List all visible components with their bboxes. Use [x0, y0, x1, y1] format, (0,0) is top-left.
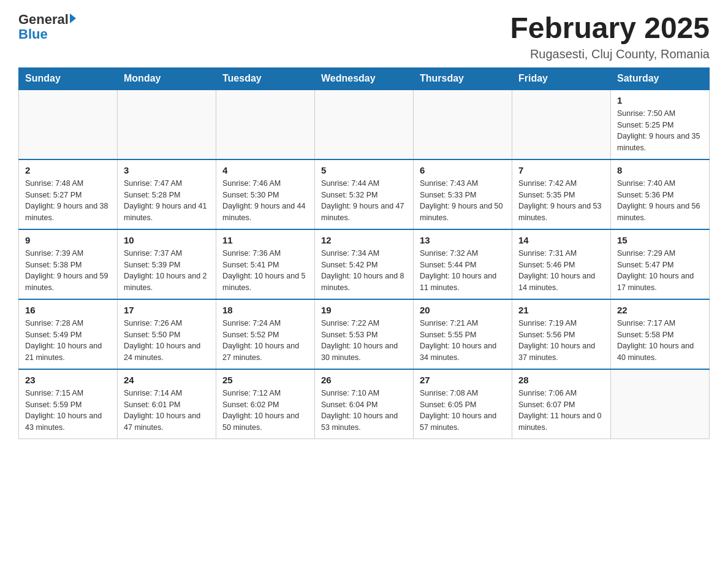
calendar-cell: 11Sunrise: 7:36 AM Sunset: 5:41 PM Dayli…: [216, 229, 315, 299]
day-info: Sunrise: 7:40 AM Sunset: 5:36 PM Dayligh…: [617, 178, 703, 224]
page-header: General Blue February 2025 Rugasesti, Cl…: [18, 12, 710, 61]
calendar-cell: [216, 90, 315, 159]
day-info: Sunrise: 7:39 AM Sunset: 5:38 PM Dayligh…: [25, 248, 111, 294]
calendar-cell: 13Sunrise: 7:32 AM Sunset: 5:44 PM Dayli…: [414, 229, 512, 299]
day-info: Sunrise: 7:28 AM Sunset: 5:49 PM Dayligh…: [25, 318, 111, 364]
day-number: 12: [321, 235, 407, 245]
day-number: 14: [518, 235, 604, 245]
calendar-cell: 16Sunrise: 7:28 AM Sunset: 5:49 PM Dayli…: [19, 299, 118, 369]
calendar-title: February 2025: [510, 12, 710, 45]
calendar-cell: 26Sunrise: 7:10 AM Sunset: 6:04 PM Dayli…: [315, 369, 414, 439]
day-info: Sunrise: 7:44 AM Sunset: 5:32 PM Dayligh…: [321, 178, 407, 224]
calendar-cell: 12Sunrise: 7:34 AM Sunset: 5:42 PM Dayli…: [315, 229, 414, 299]
calendar-header-row: SundayMondayTuesdayWednesdayThursdayFrid…: [19, 67, 710, 90]
calendar-cell: 14Sunrise: 7:31 AM Sunset: 5:46 PM Dayli…: [512, 229, 611, 299]
day-number: 18: [222, 305, 308, 315]
calendar-cell: [19, 90, 118, 159]
day-info: Sunrise: 7:12 AM Sunset: 6:02 PM Dayligh…: [222, 388, 308, 434]
day-header-friday: Friday: [512, 67, 611, 90]
calendar-cell: 22Sunrise: 7:17 AM Sunset: 5:58 PM Dayli…: [611, 299, 710, 369]
day-number: 2: [25, 165, 111, 175]
day-info: Sunrise: 7:17 AM Sunset: 5:58 PM Dayligh…: [617, 318, 703, 364]
day-number: 16: [25, 305, 111, 315]
calendar-cell: 28Sunrise: 7:06 AM Sunset: 6:07 PM Dayli…: [512, 369, 611, 439]
day-header-wednesday: Wednesday: [315, 67, 414, 90]
day-info: Sunrise: 7:48 AM Sunset: 5:27 PM Dayligh…: [25, 178, 111, 224]
calendar-cell: 3Sunrise: 7:47 AM Sunset: 5:28 PM Daylig…: [118, 159, 216, 229]
title-section: February 2025 Rugasesti, Cluj County, Ro…: [510, 12, 710, 61]
day-info: Sunrise: 7:14 AM Sunset: 6:01 PM Dayligh…: [124, 388, 210, 434]
calendar-subtitle: Rugasesti, Cluj County, Romania: [510, 47, 710, 61]
calendar-cell: 21Sunrise: 7:19 AM Sunset: 5:56 PM Dayli…: [512, 299, 611, 369]
day-number: 20: [420, 305, 506, 315]
calendar-week-5: 23Sunrise: 7:15 AM Sunset: 5:59 PM Dayli…: [19, 369, 710, 439]
calendar-cell: 8Sunrise: 7:40 AM Sunset: 5:36 PM Daylig…: [611, 159, 710, 229]
day-info: Sunrise: 7:31 AM Sunset: 5:46 PM Dayligh…: [518, 248, 604, 294]
calendar-cell: 19Sunrise: 7:22 AM Sunset: 5:53 PM Dayli…: [315, 299, 414, 369]
day-header-sunday: Sunday: [19, 67, 118, 90]
day-header-tuesday: Tuesday: [216, 67, 315, 90]
logo-general-text: General: [18, 12, 69, 27]
day-number: 5: [321, 165, 407, 175]
day-number: 23: [25, 375, 111, 385]
day-info: Sunrise: 7:22 AM Sunset: 5:53 PM Dayligh…: [321, 318, 407, 364]
day-number: 24: [124, 375, 210, 385]
day-number: 7: [518, 165, 604, 175]
day-number: 19: [321, 305, 407, 315]
calendar-cell: 25Sunrise: 7:12 AM Sunset: 6:02 PM Dayli…: [216, 369, 315, 439]
day-number: 25: [222, 375, 308, 385]
day-info: Sunrise: 7:32 AM Sunset: 5:44 PM Dayligh…: [420, 248, 506, 294]
calendar-cell: [512, 90, 611, 159]
calendar-cell: 10Sunrise: 7:37 AM Sunset: 5:39 PM Dayli…: [118, 229, 216, 299]
calendar-cell: 2Sunrise: 7:48 AM Sunset: 5:27 PM Daylig…: [19, 159, 118, 229]
calendar-cell: [118, 90, 216, 159]
day-info: Sunrise: 7:47 AM Sunset: 5:28 PM Dayligh…: [124, 178, 210, 224]
day-number: 4: [222, 165, 308, 175]
day-header-saturday: Saturday: [611, 67, 710, 90]
logo-blue-text: Blue: [18, 27, 76, 42]
day-number: 10: [124, 235, 210, 245]
calendar-cell: 23Sunrise: 7:15 AM Sunset: 5:59 PM Dayli…: [19, 369, 118, 439]
calendar-cell: 6Sunrise: 7:43 AM Sunset: 5:33 PM Daylig…: [414, 159, 512, 229]
calendar-cell: 17Sunrise: 7:26 AM Sunset: 5:50 PM Dayli…: [118, 299, 216, 369]
day-header-monday: Monday: [118, 67, 216, 90]
day-number: 21: [518, 305, 604, 315]
day-info: Sunrise: 7:50 AM Sunset: 5:25 PM Dayligh…: [617, 108, 703, 154]
day-info: Sunrise: 7:15 AM Sunset: 5:59 PM Dayligh…: [25, 388, 111, 434]
day-info: Sunrise: 7:36 AM Sunset: 5:41 PM Dayligh…: [222, 248, 308, 294]
calendar-week-1: 1Sunrise: 7:50 AM Sunset: 5:25 PM Daylig…: [19, 90, 710, 159]
calendar-cell: 7Sunrise: 7:42 AM Sunset: 5:35 PM Daylig…: [512, 159, 611, 229]
day-info: Sunrise: 7:24 AM Sunset: 5:52 PM Dayligh…: [222, 318, 308, 364]
logo-arrow-icon: [70, 13, 76, 23]
calendar-cell: 20Sunrise: 7:21 AM Sunset: 5:55 PM Dayli…: [414, 299, 512, 369]
day-info: Sunrise: 7:43 AM Sunset: 5:33 PM Dayligh…: [420, 178, 506, 224]
calendar-week-2: 2Sunrise: 7:48 AM Sunset: 5:27 PM Daylig…: [19, 159, 710, 229]
day-info: Sunrise: 7:19 AM Sunset: 5:56 PM Dayligh…: [518, 318, 604, 364]
day-number: 11: [222, 235, 308, 245]
day-info: Sunrise: 7:06 AM Sunset: 6:07 PM Dayligh…: [518, 388, 604, 434]
day-number: 8: [617, 165, 703, 175]
day-header-thursday: Thursday: [414, 67, 512, 90]
day-number: 28: [518, 375, 604, 385]
day-info: Sunrise: 7:42 AM Sunset: 5:35 PM Dayligh…: [518, 178, 604, 224]
day-info: Sunrise: 7:46 AM Sunset: 5:30 PM Dayligh…: [222, 178, 308, 224]
day-info: Sunrise: 7:26 AM Sunset: 5:50 PM Dayligh…: [124, 318, 210, 364]
calendar-cell: [414, 90, 512, 159]
day-number: 22: [617, 305, 703, 315]
day-number: 3: [124, 165, 210, 175]
day-info: Sunrise: 7:10 AM Sunset: 6:04 PM Dayligh…: [321, 388, 407, 434]
calendar-table: SundayMondayTuesdayWednesdayThursdayFrid…: [18, 67, 710, 439]
calendar-cell: 4Sunrise: 7:46 AM Sunset: 5:30 PM Daylig…: [216, 159, 315, 229]
calendar-cell: 5Sunrise: 7:44 AM Sunset: 5:32 PM Daylig…: [315, 159, 414, 229]
calendar-cell: 1Sunrise: 7:50 AM Sunset: 5:25 PM Daylig…: [611, 90, 710, 159]
day-info: Sunrise: 7:37 AM Sunset: 5:39 PM Dayligh…: [124, 248, 210, 294]
calendar-cell: [611, 369, 710, 439]
calendar-cell: 9Sunrise: 7:39 AM Sunset: 5:38 PM Daylig…: [19, 229, 118, 299]
day-number: 17: [124, 305, 210, 315]
day-info: Sunrise: 7:34 AM Sunset: 5:42 PM Dayligh…: [321, 248, 407, 294]
day-info: Sunrise: 7:29 AM Sunset: 5:47 PM Dayligh…: [617, 248, 703, 294]
day-number: 6: [420, 165, 506, 175]
day-number: 26: [321, 375, 407, 385]
day-number: 15: [617, 235, 703, 245]
calendar-cell: 15Sunrise: 7:29 AM Sunset: 5:47 PM Dayli…: [611, 229, 710, 299]
